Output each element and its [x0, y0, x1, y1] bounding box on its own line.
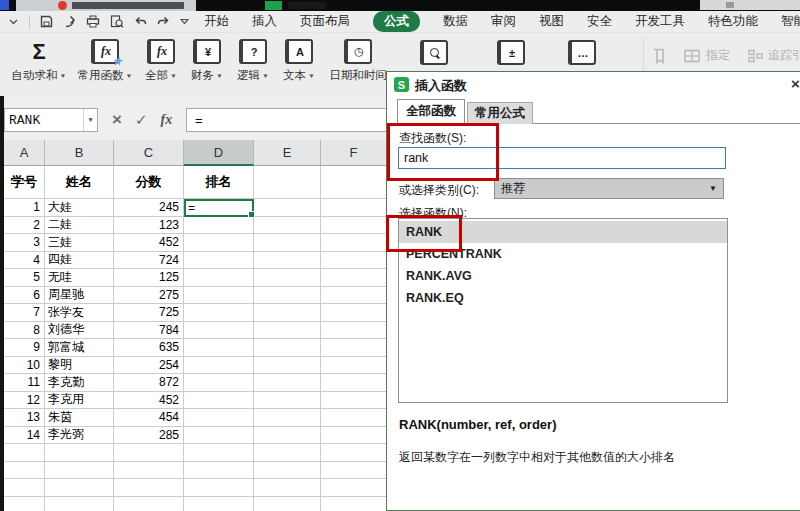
name-box-dropdown-icon[interactable]: ▼: [83, 109, 97, 131]
cell[interactable]: [254, 339, 321, 357]
name-box[interactable]: RANK ▼: [4, 108, 98, 132]
cell[interactable]: 123: [114, 217, 184, 235]
ribbon-button-4[interactable]: ?逻辑▼: [230, 38, 276, 83]
cell[interactable]: [254, 427, 321, 445]
cell[interactable]: 8: [4, 322, 45, 340]
column-header-A[interactable]: A: [4, 140, 45, 166]
cell[interactable]: [254, 217, 321, 235]
redo-icon[interactable]: [157, 16, 170, 27]
cell[interactable]: [321, 304, 387, 322]
cell[interactable]: [184, 304, 254, 322]
cell[interactable]: [254, 497, 321, 511]
cell[interactable]: [4, 444, 45, 462]
cell[interactable]: [321, 479, 387, 497]
function-item-PERCENTRANK[interactable]: PERCENTRANK: [399, 243, 727, 265]
cell[interactable]: 李克用: [45, 392, 114, 410]
cell[interactable]: [184, 322, 254, 340]
column-header-B[interactable]: B: [45, 140, 114, 166]
cell[interactable]: 6: [4, 287, 45, 305]
cell[interactable]: 125: [114, 269, 184, 287]
assign-button[interactable]: 指定: [684, 47, 730, 64]
close-icon[interactable]: ×: [791, 75, 800, 92]
cell[interactable]: [184, 217, 254, 235]
cell[interactable]: 7: [4, 304, 45, 322]
cell[interactable]: [254, 374, 321, 392]
column-header-D[interactable]: D: [184, 140, 254, 166]
cell[interactable]: [321, 166, 387, 199]
cell[interactable]: 二娃: [45, 217, 114, 235]
cell[interactable]: [321, 444, 387, 462]
cell[interactable]: [184, 444, 254, 462]
cell[interactable]: 724: [114, 252, 184, 270]
cell[interactable]: 254: [114, 357, 184, 375]
cell[interactable]: [254, 252, 321, 270]
cell[interactable]: 无哇: [45, 269, 114, 287]
cancel-entry-icon[interactable]: ×: [112, 110, 122, 130]
menu-item-5[interactable]: 审阅: [491, 12, 516, 31]
menu-item-0[interactable]: 开始: [204, 12, 229, 31]
collapse-chevron-icon[interactable]: [8, 17, 19, 26]
cell[interactable]: 郭富城: [45, 339, 114, 357]
cell[interactable]: [254, 322, 321, 340]
cell[interactable]: [254, 444, 321, 462]
menu-item-8[interactable]: 开发工具: [635, 12, 685, 31]
cell[interactable]: 姓名: [45, 166, 114, 199]
cell[interactable]: [184, 374, 254, 392]
cell[interactable]: 大娃: [45, 199, 114, 217]
cell[interactable]: [321, 374, 387, 392]
cell[interactable]: 14: [4, 427, 45, 445]
menu-item-7[interactable]: 安全: [587, 12, 612, 31]
cell[interactable]: [184, 427, 254, 445]
cell[interactable]: 784: [114, 322, 184, 340]
cell[interactable]: 三娃: [45, 234, 114, 252]
cell[interactable]: [321, 252, 387, 270]
cell[interactable]: [321, 269, 387, 287]
cell[interactable]: 872: [114, 374, 184, 392]
cell[interactable]: [321, 199, 387, 217]
cell[interactable]: 9: [4, 339, 45, 357]
function-item-RANK[interactable]: RANK: [399, 221, 727, 243]
cell[interactable]: 5: [4, 269, 45, 287]
cell[interactable]: 学号: [4, 166, 45, 199]
cell[interactable]: [254, 357, 321, 375]
cell[interactable]: [254, 166, 321, 199]
cell[interactable]: [321, 357, 387, 375]
cell[interactable]: [254, 392, 321, 410]
ribbon-button-0[interactable]: Σ自动求和▼: [6, 38, 72, 83]
cell[interactable]: 635: [114, 339, 184, 357]
cell[interactable]: 10: [4, 357, 45, 375]
save-icon[interactable]: [40, 15, 53, 28]
cell[interactable]: [321, 497, 387, 511]
cell[interactable]: 452: [114, 234, 184, 252]
menu-item-1[interactable]: 插入: [252, 12, 277, 31]
cell[interactable]: 张学友: [45, 304, 114, 322]
cell[interactable]: [184, 479, 254, 497]
trace-precedents-button[interactable]: 追踪引用: [748, 47, 800, 64]
cell[interactable]: 黎明: [45, 357, 114, 375]
function-item-RANK.EQ[interactable]: RANK.EQ: [399, 287, 727, 309]
menu-item-4[interactable]: 数据: [443, 12, 468, 31]
cell[interactable]: 275: [114, 287, 184, 305]
cell[interactable]: [254, 287, 321, 305]
cell[interactable]: 725: [114, 304, 184, 322]
cell[interactable]: [184, 462, 254, 480]
cell[interactable]: [254, 269, 321, 287]
cell[interactable]: [184, 287, 254, 305]
name-manager-button[interactable]: [650, 47, 667, 65]
cell[interactable]: [321, 287, 387, 305]
export-icon[interactable]: [63, 15, 76, 28]
cell[interactable]: 李光弼: [45, 427, 114, 445]
column-header-C[interactable]: C: [114, 140, 184, 166]
insert-function-icon[interactable]: fx: [161, 112, 173, 128]
tab-all-functions[interactable]: 全部函数: [397, 99, 465, 124]
cell[interactable]: [254, 409, 321, 427]
cell[interactable]: [184, 357, 254, 375]
cell[interactable]: [114, 444, 184, 462]
cell[interactable]: 12: [4, 392, 45, 410]
cell[interactable]: 285: [114, 427, 184, 445]
print-icon[interactable]: [86, 15, 100, 28]
cell[interactable]: [184, 234, 254, 252]
tab-common-formulas[interactable]: 常用公式: [467, 102, 533, 124]
cell[interactable]: 3: [4, 234, 45, 252]
cell[interactable]: 13: [4, 409, 45, 427]
